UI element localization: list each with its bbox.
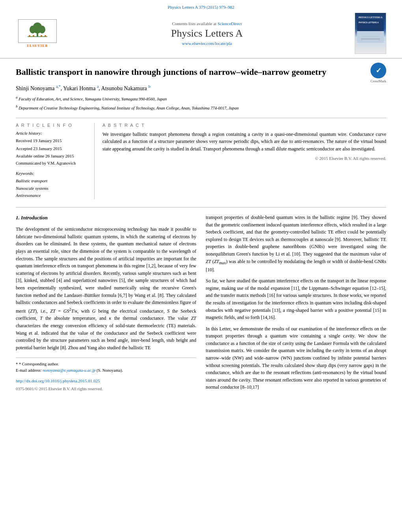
- doi-section: http://dx.doi.org/10.1016/j.physleta.201…: [16, 378, 196, 392]
- crossmark-container: ✓ CrossMark: [370, 63, 386, 83]
- elsevier-logo-box: [18, 19, 57, 43]
- info-abstract-row: A R T I C L E I N F O Article history: R…: [16, 118, 386, 199]
- date-available: Available online 26 January 2015: [16, 152, 88, 160]
- abstract-copyright: © 2015 Elsevier B.V. All rights reserved…: [102, 156, 386, 161]
- svg-point-2: [30, 26, 36, 33]
- sciencedirect-link[interactable]: ScienceDirect: [218, 21, 242, 26]
- elsevier-wordmark: ELSEVIER: [16, 44, 59, 48]
- footnote-divider: * * Corresponding author. E-mail address…: [16, 358, 196, 374]
- abstract-text: We investigate ballistic transport pheno…: [102, 131, 386, 153]
- abstract-heading: A B S T R A C T: [102, 123, 386, 128]
- elsevier-tree-svg: [20, 21, 55, 40]
- authors-line: Shinji Nonoyama a,*, Yukari Honma a, Ats…: [16, 84, 386, 92]
- svg-point-6: [33, 35, 34, 37]
- contents-text: Contents lists available at: [172, 21, 216, 26]
- author-sup-a: a,*: [56, 84, 61, 89]
- footnote-author-name: (S. Nonoyama).: [97, 368, 123, 373]
- page-wrapper: Physics Letters A 379 (2015) 979–982: [0, 0, 402, 532]
- affil-sup-b: b: [16, 104, 18, 108]
- article-history-label: Article history:: [16, 131, 88, 135]
- svg-text:✓: ✓: [376, 67, 382, 74]
- right-paragraph-2: So far, we have studied the quantum inte…: [206, 277, 386, 321]
- section-1-heading: 1. Introduction: [16, 214, 196, 222]
- affil-b-text: Department of Creative Technology Engine…: [19, 106, 238, 110]
- svg-rect-10: [357, 31, 384, 43]
- footnote-asterisk-text: * Corresponding author.: [19, 362, 59, 366]
- footnote-email[interactable]: nonoyama@e.yamagata-u.ac.jp: [43, 368, 95, 373]
- author-sup-b: b: [148, 84, 150, 89]
- article-title: Ballistic transport in nanowire through …: [16, 67, 386, 78]
- doi-text: Physics Letters A 379 (2015) 979–982: [168, 5, 234, 9]
- svg-point-3: [39, 26, 45, 33]
- doi-line: Physics Letters A 379 (2015) 979–982: [16, 5, 386, 9]
- communicator-line: Communicated by V.M. Agranovich: [16, 160, 88, 167]
- abstract-col: A B S T R A C T We investigate ballistic…: [102, 123, 386, 199]
- keyword-3: Antiresonance: [16, 192, 88, 199]
- date-received: Received 19 January 2015: [16, 137, 88, 145]
- affiliations: a Faculty of Education, Art, and Science…: [16, 95, 386, 111]
- elsevier-logo: ELSEVIER: [16, 19, 59, 48]
- journal-website[interactable]: www.elsevier.com/locate/pla: [67, 41, 347, 46]
- footnote-asterisk: *: [16, 362, 19, 366]
- cover-graphic: PHYSICS LETTERS A: [357, 19, 384, 43]
- issn-line: 0375-9601/© 2015 Elsevier B.V. All right…: [16, 386, 196, 392]
- journal-cover-image: PHYSICS LETTERS A PHYSICS LETTERS A: [355, 13, 386, 54]
- svg-text:PHYSICS LETTERS A: PHYSICS LETTERS A: [359, 21, 379, 24]
- footnote-email-label: E-mail address:: [16, 368, 42, 373]
- svg-point-8: [45, 35, 46, 37]
- affil-sup-a: a: [16, 95, 18, 99]
- affil-b: b Department of Creative Technology Engi…: [16, 104, 386, 111]
- date-accepted: Accepted 23 January 2015: [16, 145, 88, 153]
- affil-a-text: Faculty of Education, Art, and Science, …: [19, 97, 167, 101]
- intro-paragraph-1: The development of the semiconductor mic…: [16, 226, 196, 351]
- right-paragraph-3: In this Letter, we demonstrate the resul…: [206, 325, 386, 391]
- right-paragraph-1: transport properties of double-bend quan…: [206, 214, 386, 273]
- article-info-heading: A R T I C L E I N F O: [16, 123, 88, 128]
- footnote-email-line: E-mail address: nonoyama@e.yamagata-u.ac…: [16, 367, 196, 374]
- author-sup-a2: a: [97, 84, 99, 89]
- cover-title: PHYSICS LETTERS A: [359, 16, 383, 19]
- affil-a: a Faculty of Education, Art, and Science…: [16, 95, 386, 102]
- journal-header: Physics Letters A 379 (2015) 979–982: [0, 0, 402, 59]
- two-col-content: 1. Introduction The development of the s…: [16, 207, 386, 395]
- article-body: ✓ CrossMark Ballistic transport in nanow…: [0, 59, 402, 403]
- crossmark-label: CrossMark: [370, 79, 386, 83]
- article-dates: Received 19 January 2015 Accepted 23 Jan…: [16, 137, 88, 167]
- keyword-2: Nanoscale systems: [16, 185, 88, 192]
- article-info-col: A R T I C L E I N F O Article history: R…: [16, 123, 95, 199]
- left-col: 1. Introduction The development of the s…: [16, 214, 196, 395]
- journal-title-header: Physics Letters A: [67, 28, 347, 39]
- title-area: ✓ CrossMark Ballistic transport in nanow…: [16, 67, 386, 78]
- keywords-section: Keywords: Ballistic transport Nanoscale …: [16, 171, 88, 199]
- contents-line: Contents lists available at ScienceDirec…: [67, 21, 347, 26]
- header-center: Contents lists available at ScienceDirec…: [59, 21, 355, 46]
- doi-url[interactable]: http://dx.doi.org/10.1016/j.physleta.201…: [16, 378, 196, 384]
- keywords-label: Keywords:: [16, 171, 88, 176]
- header-row: ELSEVIER Contents lists available at Sci…: [16, 13, 386, 58]
- svg-point-5: [29, 35, 30, 37]
- svg-point-7: [41, 35, 42, 37]
- right-col: transport properties of double-bend quan…: [206, 214, 386, 395]
- crossmark-badge: ✓: [370, 63, 386, 78]
- keyword-1: Ballistic transport: [16, 177, 88, 185]
- footnote-corresponding: * * Corresponding author.: [16, 361, 196, 367]
